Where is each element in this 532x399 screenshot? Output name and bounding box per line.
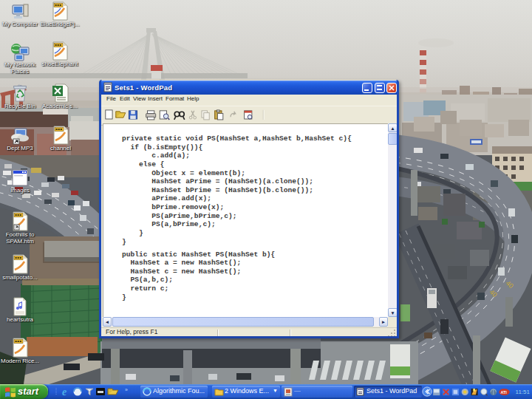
svg-text:»: »	[125, 387, 128, 392]
svg-text:ATI: ATI	[501, 390, 508, 395]
svg-text:e: e	[62, 386, 66, 398]
